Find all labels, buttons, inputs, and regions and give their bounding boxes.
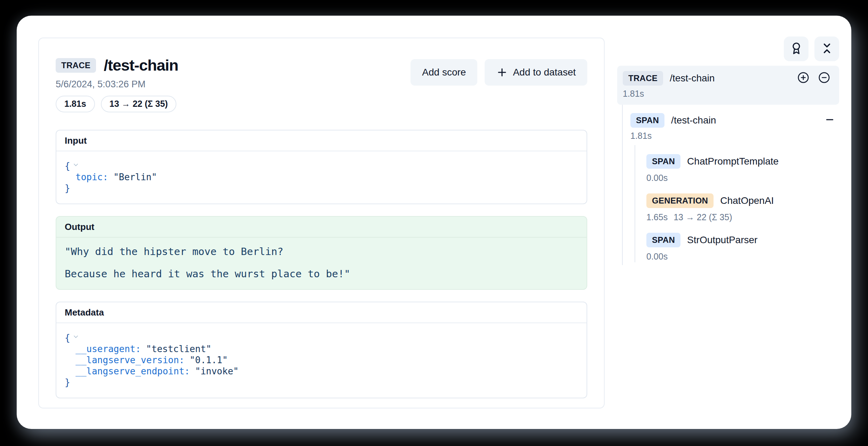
node-duration: 1.81s [630,131,839,141]
trace-actions: Add score Add to dataset [411,59,587,86]
collapse-caret-icon[interactable] [72,332,79,343]
metadata-panel-title: Metadata [56,302,587,323]
node-type-badge: TRACE [623,71,663,86]
tree-node-trace[interactable]: TRACE /test-chain 1.81s [617,66,839,105]
trace-header: TRACE /test-chain 5/6/2024, 5:03:26 PM 1… [56,56,587,112]
node-duration: 0.00s [646,252,839,262]
tree-node-stroutputparser[interactable]: SPAN StrOutputParser 0.00s [646,233,839,262]
collapse-all-button[interactable] [818,72,830,85]
node-name: StrOutputParser [687,234,757,246]
node-type-badge: SPAN [646,233,680,247]
add-score-button[interactable]: Add score [411,59,477,86]
add-to-dataset-button[interactable]: Add to dataset [485,59,587,86]
collapse-caret-icon[interactable] [72,160,79,171]
node-token-usage: 13 → 22 (Σ 35) [674,212,732,222]
input-panel-title: Input [56,130,587,151]
collapse-panel-button[interactable] [814,37,839,61]
output-panel-title: Output [56,217,587,238]
node-duration: 1.81s [623,89,830,99]
json-close-line: } [65,183,578,194]
trace-tree-sidebar: TRACE /test-chain 1.81s [617,37,839,265]
app-window: TRACE /test-chain 5/6/2024, 5:03:26 PM 1… [17,16,851,429]
json-open-line: { [65,160,578,172]
trace-title: /test-chain [104,56,178,74]
tree-children-level-2: SPAN ChatPromptTemplate 0.00s GENERATION… [635,145,839,262]
output-panel: Output "Why did the hipster move to Berl… [56,216,587,290]
input-panel: Input { topic:"Berlin" } [56,130,587,204]
trace-tree: TRACE /test-chain 1.81s [617,66,839,265]
json-open-line: { [65,332,578,343]
json-entry: __useragent:"testclient" [65,343,578,355]
trace-timestamp: 5/6/2024, 5:03:26 PM [56,79,178,90]
chevrons-down-up-icon [821,42,833,56]
trace-type-badge: TRACE [56,58,96,73]
page-background: TRACE /test-chain 5/6/2024, 5:03:26 PM 1… [0,0,868,446]
json-entry: __langserve_version:"0.1.1" [65,355,578,366]
node-name: /test-chain [670,73,715,84]
tree-node-chatprompttemplate[interactable]: SPAN ChatPromptTemplate 0.00s [646,154,839,183]
award-icon [790,42,803,56]
annotate-button[interactable] [784,37,809,61]
trace-detail-card: TRACE /test-chain 5/6/2024, 5:03:26 PM 1… [38,38,605,408]
token-usage-pill: 13 → 22 (Σ 35) [101,96,177,112]
expand-all-button[interactable] [797,72,809,85]
node-name: ChatPromptTemplate [687,156,779,167]
node-duration: 1.65s13 → 22 (Σ 35) [646,212,839,222]
json-close-line: } [65,377,578,388]
latency-pill: 1.81s [56,96,95,112]
node-type-badge: SPAN [646,154,680,169]
node-name: ChatOpenAI [720,195,774,206]
plus-icon [496,66,508,78]
node-duration: 0.00s [646,173,839,183]
tree-node-root-span[interactable]: SPAN /test-chain 1.81s [630,113,839,141]
tree-node-chatopenai[interactable]: GENERATION ChatOpenAI 1.65s13 → 22 (Σ 35… [646,193,839,222]
metadata-panel: Metadata { __useragent:"testclient" __la… [56,302,587,398]
json-entry: __langserve_endpoint:"invoke" [65,366,578,377]
metadata-json-viewer: { __useragent:"testclient" __langserve_v… [56,323,587,398]
input-json-viewer: { topic:"Berlin" } [56,151,587,204]
trace-title-group: TRACE /test-chain 5/6/2024, 5:03:26 PM 1… [56,56,178,112]
node-type-badge: GENERATION [646,193,714,208]
node-type-badge: SPAN [630,113,664,128]
output-text: "Why did the hipster move to Berlin? Bec… [65,246,578,279]
node-name: /test-chain [671,115,716,126]
json-entry: topic:"Berlin" [65,172,578,183]
tree-children-level-1: SPAN /test-chain 1.81s [622,105,839,265]
collapse-node-button[interactable] [825,114,835,126]
